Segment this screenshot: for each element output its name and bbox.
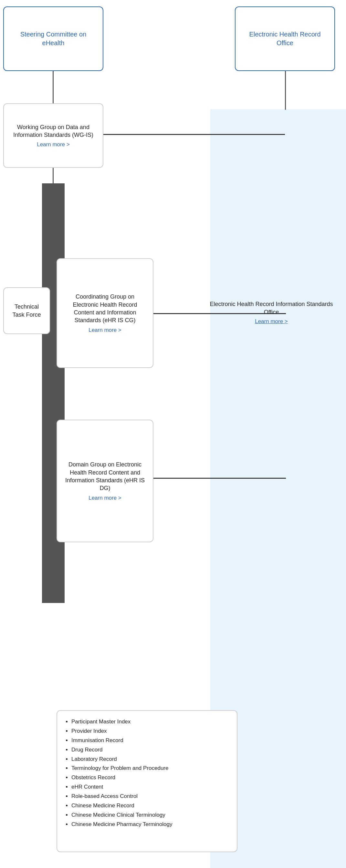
list-item: Immunisation Record	[71, 736, 229, 745]
steering-committee-title: Steering Committee on eHealth	[9, 30, 97, 48]
h-connector-dg	[153, 478, 286, 479]
list-item: Chinese Medicine Record	[71, 801, 229, 810]
ehr-iso-learn-more[interactable]: Learn more >	[207, 318, 336, 325]
ehr-is-cg-learn-more[interactable]: Learn more >	[88, 327, 121, 334]
list-item: Chinese Medicine Pharmacy Terminology	[71, 820, 229, 829]
list-items: Participant Master IndexProvider IndexIm…	[65, 717, 229, 829]
ehr-is-cg-box: Coordinating Group on Electronic Health …	[57, 258, 153, 368]
list-item: Chinese Medicine Clinical Terminology	[71, 810, 229, 820]
wg-is-title: Working Group on Data and Information St…	[9, 123, 97, 139]
ehr-is-dg-learn-more[interactable]: Learn more >	[88, 495, 121, 501]
ttf-box: Technical Task Force	[3, 287, 50, 334]
list-item: Terminology for Problem and Procedure	[71, 764, 229, 773]
wg-is-box: Working Group on Data and Information St…	[3, 103, 104, 168]
list-item: Participant Master Index	[71, 717, 229, 726]
ehr-office-box: Electronic Health Record Office	[235, 6, 335, 71]
h-connector-cg	[153, 313, 286, 314]
list-item: Obstetrics Record	[71, 773, 229, 782]
connector-ehr-office-down	[285, 71, 286, 110]
ehr-office-title: Electronic Health Record Office	[241, 30, 329, 48]
connector-wgis-down	[53, 168, 54, 184]
connector-steering-wgis	[53, 71, 54, 103]
list-item: eHR Content	[71, 782, 229, 792]
ehr-is-dg-title: Domain Group on Electronic Health Record…	[62, 461, 148, 492]
ehr-is-dg-box: Domain Group on Electronic Health Record…	[57, 420, 153, 542]
list-item: Laboratory Record	[71, 755, 229, 764]
ehr-is-cg-title: Coordinating Group on Electronic Health …	[62, 293, 148, 324]
list-box: Participant Master IndexProvider IndexIm…	[57, 710, 237, 852]
list-item: Drug Record	[71, 745, 229, 755]
wg-is-learn-more[interactable]: Learn more >	[37, 142, 70, 148]
steering-committee-box: Steering Committee on eHealth	[3, 6, 104, 71]
h-connector-wgis	[104, 134, 285, 135]
ehr-iso-box: Electronic Health Record Information Sta…	[207, 300, 336, 325]
list-item: Role-based Access Control	[71, 792, 229, 801]
list-item: Provider Index	[71, 726, 229, 736]
ttf-title: Technical Task Force	[9, 303, 44, 319]
